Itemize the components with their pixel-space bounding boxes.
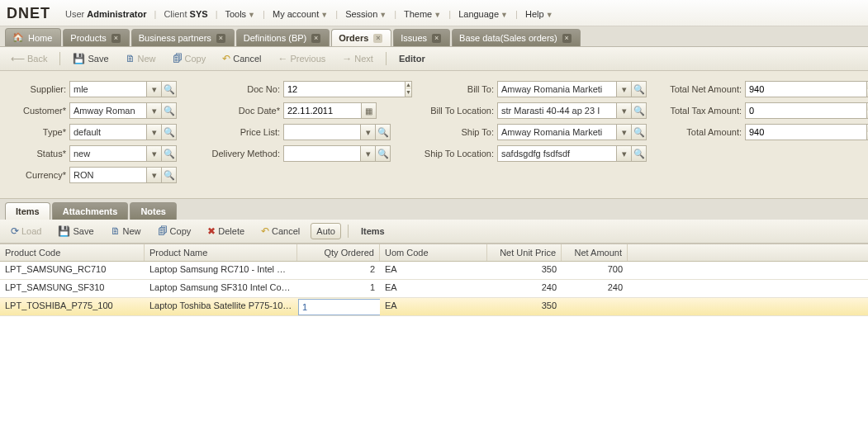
subtab-items[interactable]: Items — [5, 202, 50, 220]
close-icon[interactable]: × — [311, 34, 320, 43]
cancel-button[interactable]: ↶Cancel — [255, 222, 306, 240]
tab-issues[interactable]: Issues× — [393, 29, 450, 46]
back-icon: ⟵ — [11, 53, 25, 64]
col-net-amount[interactable]: Net Amount — [562, 244, 628, 261]
chevron-down-icon[interactable]: ▾ — [147, 145, 162, 162]
copy-button[interactable]: 🗐Copy — [152, 222, 197, 240]
billto-input[interactable] — [497, 81, 617, 97]
delivmethod-input[interactable] — [283, 145, 361, 162]
delete-button[interactable]: ✖Delete — [202, 222, 250, 240]
copy-button[interactable]: 🗐Copy — [167, 50, 212, 68]
search-icon[interactable]: 🔍 — [632, 145, 647, 162]
tab-business-partners[interactable]: Business partners× — [131, 29, 235, 46]
save-button[interactable]: 💾Save — [52, 222, 99, 240]
type-input[interactable] — [69, 124, 147, 140]
totalnet-input[interactable] — [745, 81, 867, 97]
auto-button[interactable]: Auto — [311, 223, 341, 239]
chevron-down-icon[interactable]: ▾ — [147, 102, 162, 119]
shipto-input[interactable] — [497, 124, 617, 140]
tab-home[interactable]: 🏠Home — [5, 28, 61, 46]
chevron-down-icon[interactable]: ▾ — [361, 145, 376, 162]
search-icon[interactable]: 🔍 — [162, 167, 177, 183]
shiptoloc-input[interactable] — [497, 145, 617, 162]
search-icon[interactable]: 🔍 — [162, 124, 177, 140]
billtoloc-input[interactable] — [497, 102, 617, 119]
next-icon: → — [342, 53, 352, 64]
tab-definitions-bp[interactable]: Definitions (BP)× — [236, 29, 330, 46]
docdate-input[interactable] — [283, 102, 362, 119]
supplier-input[interactable] — [69, 81, 147, 97]
search-icon[interactable]: 🔍 — [162, 102, 177, 119]
close-icon[interactable]: × — [432, 34, 441, 43]
chevron-down-icon[interactable]: ▾ — [147, 81, 162, 97]
subtab-notes[interactable]: Notes — [130, 202, 177, 220]
chevron-down-icon[interactable]: ▾ — [147, 167, 162, 183]
chevron-down-icon[interactable]: ▾ — [617, 102, 632, 119]
customer-input[interactable] — [69, 102, 147, 119]
new-button[interactable]: 🗎New — [105, 222, 147, 240]
col-product-name[interactable]: Product Name — [145, 244, 297, 261]
col-product-code[interactable]: Product Code — [0, 244, 145, 261]
table-row[interactable]: LPT_SAMSUNG_SF310 Laptop Samsung SF310 I… — [0, 280, 868, 298]
home-icon: 🏠 — [12, 32, 24, 43]
search-icon[interactable]: 🔍 — [376, 124, 391, 140]
search-icon[interactable]: 🔍 — [632, 81, 647, 97]
menu-help[interactable]: Help — [525, 9, 544, 19]
search-icon[interactable]: 🔍 — [376, 145, 391, 162]
col-uom-code[interactable]: Uom Code — [380, 244, 487, 261]
save-button[interactable]: 💾Save — [67, 50, 114, 68]
table-row[interactable]: LPT_TOSHIBA_P775_100 Laptop Toshiba Sate… — [0, 298, 868, 316]
search-icon[interactable]: 🔍 — [162, 81, 177, 97]
tab-orders[interactable]: Orders× — [331, 29, 391, 46]
subtab-attachments[interactable]: Attachments — [52, 202, 129, 220]
chevron-down-icon[interactable]: ▾ — [617, 145, 632, 162]
status-input[interactable] — [69, 145, 147, 162]
previous-button[interactable]: ←Previous — [273, 50, 332, 68]
search-icon[interactable]: 🔍 — [632, 102, 647, 119]
chevron-down-icon[interactable]: ▾ — [617, 81, 632, 97]
menu-language[interactable]: Language — [458, 9, 499, 19]
totaltax-input[interactable] — [745, 102, 867, 119]
menu-myaccount[interactable]: My account — [273, 9, 319, 19]
docno-input[interactable] — [283, 81, 406, 97]
spin-down-icon[interactable]: ▼ — [406, 89, 411, 97]
calendar-icon[interactable]: ▦ — [362, 102, 377, 119]
items-label: Items — [355, 223, 391, 239]
close-icon[interactable]: × — [373, 34, 382, 43]
editor-label: Editor — [393, 50, 431, 67]
next-button[interactable]: →Next — [336, 50, 379, 68]
pricelist-input[interactable] — [283, 124, 361, 140]
grid-toolbar: ⟳Load 💾Save 🗎New 🗐Copy ✖Delete ↶Cancel A… — [0, 220, 868, 244]
close-icon[interactable]: × — [111, 34, 121, 43]
spin-up-icon[interactable]: ▲ — [406, 82, 411, 89]
new-icon: 🗎 — [111, 225, 121, 237]
close-icon[interactable]: × — [562, 34, 572, 43]
currency-input[interactable] — [69, 167, 147, 183]
qty-input[interactable] — [298, 299, 380, 315]
load-button[interactable]: ⟳Load — [5, 222, 47, 240]
back-button[interactable]: ⟵Back — [5, 50, 53, 68]
tab-products[interactable]: Products× — [63, 29, 129, 46]
search-icon[interactable]: 🔍 — [632, 124, 647, 140]
table-row[interactable]: LPT_SAMSUNG_RC710 Laptop Samsung RC710 -… — [0, 262, 868, 280]
chevron-down-icon[interactable]: ▾ — [617, 124, 632, 140]
cancel-button[interactable]: ↶Cancel — [216, 50, 267, 68]
tab-base-data[interactable]: Base data(Sales orders)× — [452, 29, 581, 46]
subtabs: Items Attachments Notes — [0, 199, 868, 220]
tabbar: 🏠Home Products× Business partners× Defin… — [0, 26, 868, 47]
col-net-unit-price[interactable]: Net Unit Price — [487, 244, 562, 261]
search-icon[interactable]: 🔍 — [162, 145, 177, 162]
main-toolbar: ⟵Back 💾Save 🗎New 🗐Copy ↶Cancel ←Previous… — [0, 47, 868, 71]
close-icon[interactable]: × — [216, 34, 225, 43]
menu-theme[interactable]: Theme — [404, 9, 432, 19]
menu-session[interactable]: Session — [345, 9, 377, 19]
menu-tools[interactable]: Tools — [225, 9, 246, 19]
order-form: Supplier:▾🔍 Customer*▾🔍 Type*▾🔍 Status*▾… — [0, 71, 868, 199]
logo: DNET — [7, 5, 50, 22]
qty-editor[interactable]: ▲▼ — [298, 299, 379, 315]
totalamt-input[interactable] — [745, 124, 867, 140]
col-qty-ordered[interactable]: Qty Ordered — [297, 244, 380, 261]
new-button[interactable]: 🗎New — [120, 50, 162, 68]
chevron-down-icon[interactable]: ▾ — [147, 124, 162, 140]
chevron-down-icon[interactable]: ▾ — [361, 124, 376, 140]
